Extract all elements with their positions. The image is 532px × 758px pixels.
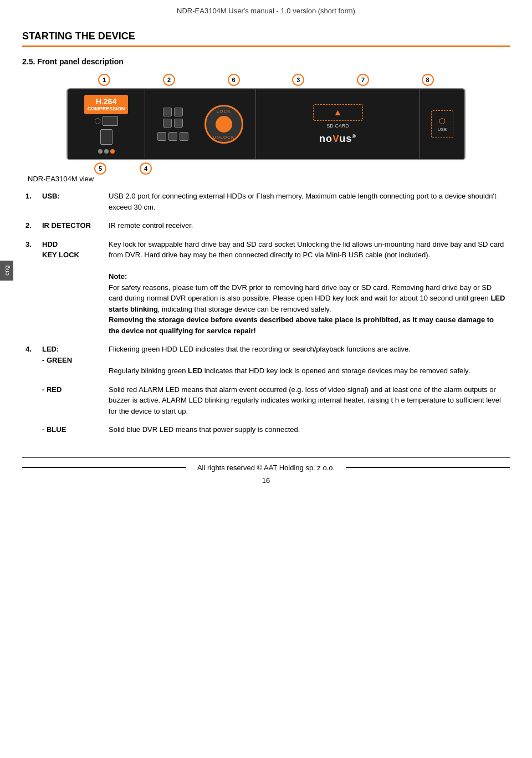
item-num-2: 2. (22, 218, 39, 237)
item-label-2: IR DETECTOR (39, 218, 105, 237)
page-footer: All rights reserved © AAT Holding sp. z … (22, 457, 510, 485)
indicator-1 (98, 149, 103, 154)
footer-lines: All rights reserved © AAT Holding sp. z … (22, 464, 510, 472)
item-label-4: LED:- GREEN (39, 342, 105, 382)
callout-4: 4 (140, 162, 152, 175)
item-desc-3: Key lock for swappable hard drive bay an… (105, 237, 510, 342)
table-row: 2. IR DETECTOR IR remote control receive… (22, 218, 510, 237)
item-num-4: 4. (22, 342, 39, 382)
item-num-blue (22, 422, 39, 441)
btn-5 (157, 132, 166, 141)
item-num-1: 1. (22, 189, 39, 218)
item-label-3: HDDKEY LOCK (39, 237, 105, 342)
hdd-compression-badge: H.264 COMPRESSION (84, 95, 129, 115)
callout-3: 3 (292, 74, 304, 86)
section-divider (22, 45, 510, 47)
table-row: - RED Solid red ALARM LED means that ala… (22, 382, 510, 423)
footer-text: All rights reserved © AAT Holding sp. z … (197, 464, 335, 472)
key-lock-inner (216, 116, 232, 133)
panel-middle-section: LOCK UNLOCK (145, 89, 256, 159)
callout-6: 6 (228, 74, 240, 86)
panel-left-section: H.264 COMPRESSION ⬡ (68, 89, 145, 159)
item-desc-red: Solid red ALARM LED means that alarm eve… (105, 382, 510, 423)
language-tab: eng (0, 261, 13, 281)
footer-line-left (22, 467, 186, 468)
subsection-title: 2.5. Front panel description (22, 57, 510, 66)
indicator-2 (104, 149, 109, 154)
button-grid (163, 108, 183, 128)
table-row: 3. HDDKEY LOCK Key lock for swappable ha… (22, 237, 510, 342)
novus-logo: noVus® (319, 133, 356, 144)
callout-8: 8 (422, 74, 434, 86)
panel-usb-right-section: ⬡ USB (420, 89, 464, 159)
description-table: 1. USB: USB 2.0 port for connecting exte… (22, 189, 510, 441)
btn-7 (180, 132, 188, 141)
footer-line-right (346, 467, 510, 468)
callout-2: 2 (163, 74, 175, 86)
item-label-red: - RED (39, 382, 105, 423)
table-row: 4. LED:- GREEN Flickering green HDD LED … (22, 342, 510, 382)
unlock-label: UNLOCK (213, 135, 234, 140)
device-view-label: NDR-EA3104M view (28, 175, 510, 183)
callouts-above: 1 2 6 3 7 8 (66, 74, 466, 86)
item-num-3: 3. (22, 237, 39, 342)
device-diagram-area: 1 2 6 3 7 8 H.264 COMPRESSION ⬡ (66, 74, 466, 175)
item-desc-4: Flickering green HDD LED indicates that … (105, 342, 510, 382)
key-lock-knob: LOCK UNLOCK (204, 105, 243, 144)
usb-right-label: USB (438, 127, 447, 132)
device-panel-image: H.264 COMPRESSION ⬡ (66, 88, 466, 160)
usb-icon: ⬡ (439, 116, 446, 125)
btn-2 (174, 108, 183, 116)
sdcard-slot: ▲ (313, 104, 363, 121)
usb-port-tall-icon (100, 129, 112, 145)
usb-right-slot: ⬡ USB (431, 110, 453, 138)
callout-7: 7 (357, 74, 369, 86)
note-label: Note: (109, 272, 127, 281)
btn-4 (174, 119, 183, 128)
item-num-red (22, 382, 39, 423)
item-desc-1: USB 2.0 port for connecting external HDD… (105, 189, 510, 218)
lock-label: LOCK (217, 109, 231, 114)
warning-text: Removing the storage device before event… (109, 316, 494, 335)
usb-port-icon (103, 116, 118, 126)
section-title: STARTING THE DEVICE (22, 25, 510, 42)
panel-sdcard-section: ▲ SD CARD noVus® (256, 89, 420, 159)
item-label-1: USB: (39, 189, 105, 218)
callout-1: 1 (98, 74, 110, 86)
table-row: - BLUE Solid blue DVR LED means that pow… (22, 422, 510, 441)
btn-6 (168, 132, 177, 141)
item-label-blue: - BLUE (39, 422, 105, 441)
page-header: NDR-EA3104M User's manual - 1.0 version … (0, 0, 532, 19)
callout-5: 5 (94, 162, 106, 175)
page-number: 16 (22, 476, 510, 485)
table-row: 1. USB: USB 2.0 port for connecting exte… (22, 189, 510, 218)
btn-3 (163, 119, 172, 128)
header-title: NDR-EA3104M User's manual - 1.0 version … (177, 7, 355, 15)
btn-1 (163, 108, 172, 116)
item-desc-2: IR remote control receiver. (105, 218, 510, 237)
sdcard-label: SD CARD (326, 123, 349, 129)
callouts-below: 5 4 (66, 162, 466, 175)
item-desc-blue: Solid blue DVR LED means that power supp… (105, 422, 510, 441)
indicator-3 (110, 149, 115, 154)
